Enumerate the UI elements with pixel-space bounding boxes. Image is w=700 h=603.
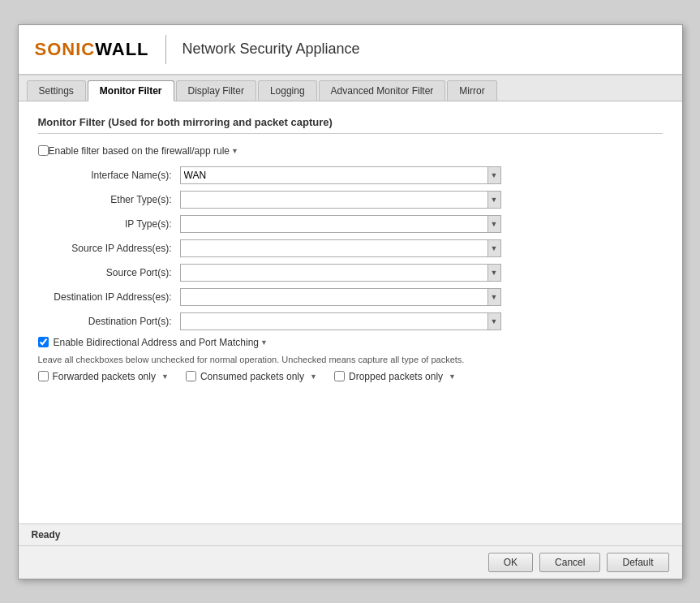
source-ip-input-wrap: ▼ <box>180 239 663 257</box>
ether-type-row: Ether Type(s): ▼ <box>38 191 663 209</box>
dropped-label: Dropped packets only <box>349 371 443 382</box>
consumed-label: Consumed packets only <box>200 371 304 382</box>
dest-ip-input[interactable] <box>180 288 488 306</box>
bidirectional-row: Enable Bidirectional Address and Port Ma… <box>38 337 663 348</box>
interface-name-input[interactable] <box>180 166 488 184</box>
consumed-checkbox[interactable] <box>186 371 196 381</box>
ether-type-input-wrap: ▼ <box>180 191 663 209</box>
enable-filter-label: Enable filter based on the firewall/app … <box>49 145 230 157</box>
ether-type-label: Ether Type(s): <box>38 194 180 205</box>
source-port-input-wrap: ▼ <box>180 264 663 282</box>
tab-advanced-monitor-filter[interactable]: Advanced Monitor Filter <box>319 80 446 101</box>
source-ip-input[interactable] <box>180 239 488 257</box>
dest-port-input-wrap: ▼ <box>180 312 663 330</box>
bidirectional-help-icon[interactable]: ▼ <box>260 338 268 347</box>
consumed-help-icon[interactable]: ▼ <box>310 373 318 381</box>
ok-button[interactable]: OK <box>488 553 533 572</box>
ether-type-input[interactable] <box>180 191 488 209</box>
enable-filter-checkbox[interactable] <box>38 145 49 156</box>
cancel-button[interactable]: Cancel <box>539 553 600 572</box>
tab-bar: Settings Monitor Filter Display Filter L… <box>19 75 682 101</box>
dest-ip-row: Destination IP Address(es): ▼ <box>38 288 663 306</box>
interface-name-dropdown[interactable]: ▼ <box>488 166 501 184</box>
source-port-row: Source Port(s): ▼ <box>38 264 663 282</box>
header-divider <box>165 35 166 64</box>
dropped-help-icon[interactable]: ▼ <box>449 373 457 381</box>
ip-type-dropdown[interactable]: ▼ <box>488 215 501 233</box>
forwarded-help-icon[interactable]: ▼ <box>161 373 170 381</box>
interface-name-label: Interface Name(s): <box>38 170 180 181</box>
tab-settings[interactable]: Settings <box>27 80 86 101</box>
source-port-dropdown[interactable]: ▼ <box>488 264 501 282</box>
enable-filter-help-icon[interactable]: ▼ <box>231 147 239 155</box>
bidirectional-checkbox[interactable] <box>38 337 49 347</box>
forwarded-label: Forwarded packets only <box>53 371 156 382</box>
dropped-option: Dropped packets only ▼ <box>334 371 457 382</box>
footer-buttons: OK Cancel Default <box>19 545 682 579</box>
dropped-checkbox[interactable] <box>334 371 345 381</box>
source-ip-label: Source IP Address(es): <box>38 243 180 254</box>
status-bar: Ready <box>19 523 682 545</box>
tab-monitor-filter[interactable]: Monitor Filter <box>88 80 174 101</box>
info-text: Leave all checkboxes below unchecked for… <box>38 355 663 364</box>
source-port-input[interactable] <box>180 264 488 282</box>
tab-mirror[interactable]: Mirror <box>447 80 496 101</box>
tab-logging[interactable]: Logging <box>258 80 317 101</box>
dest-ip-dropdown[interactable]: ▼ <box>488 288 501 306</box>
ip-type-row: IP Type(s): ▼ <box>38 215 663 233</box>
status-text: Ready <box>32 529 61 541</box>
forwarded-option: Forwarded packets only ▼ <box>38 371 170 382</box>
ether-type-dropdown[interactable]: ▼ <box>488 191 501 209</box>
default-button[interactable]: Default <box>607 553 668 572</box>
dest-port-input[interactable] <box>180 312 488 330</box>
source-port-label: Source Port(s): <box>38 267 180 278</box>
interface-name-input-wrap: ▼ <box>180 166 663 184</box>
app-title: Network Security Appliance <box>183 41 360 58</box>
dest-port-dropdown[interactable]: ▼ <box>488 312 501 330</box>
dest-port-label: Destination Port(s): <box>38 316 180 327</box>
content-area: Monitor Filter (Used for both mirroring … <box>19 101 682 523</box>
ip-type-input-wrap: ▼ <box>180 215 663 233</box>
main-window: SONICWALL Network Security Appliance Set… <box>18 24 683 579</box>
packet-options: Forwarded packets only ▼ Consumed packet… <box>38 371 663 382</box>
bidirectional-label: Enable Bidirectional Address and Port Ma… <box>54 337 259 348</box>
dest-port-row: Destination Port(s): ▼ <box>38 312 663 330</box>
enable-filter-row: Enable filter based on the firewall/app … <box>38 145 663 157</box>
dest-ip-input-wrap: ▼ <box>180 288 663 306</box>
tab-display-filter[interactable]: Display Filter <box>176 80 256 101</box>
logo: SONICWALL <box>35 39 149 60</box>
ip-type-input[interactable] <box>180 215 488 233</box>
source-ip-dropdown[interactable]: ▼ <box>488 239 501 257</box>
dest-ip-label: Destination IP Address(es): <box>38 291 180 303</box>
interface-name-row: Interface Name(s): ▼ <box>38 166 663 184</box>
source-ip-row: Source IP Address(es): ▼ <box>38 239 663 257</box>
forwarded-checkbox[interactable] <box>38 371 49 381</box>
ip-type-label: IP Type(s): <box>38 218 180 230</box>
section-title: Monitor Filter (Used for both mirroring … <box>38 116 663 134</box>
header: SONICWALL Network Security Appliance <box>19 25 682 75</box>
consumed-option: Consumed packets only ▼ <box>186 371 318 382</box>
